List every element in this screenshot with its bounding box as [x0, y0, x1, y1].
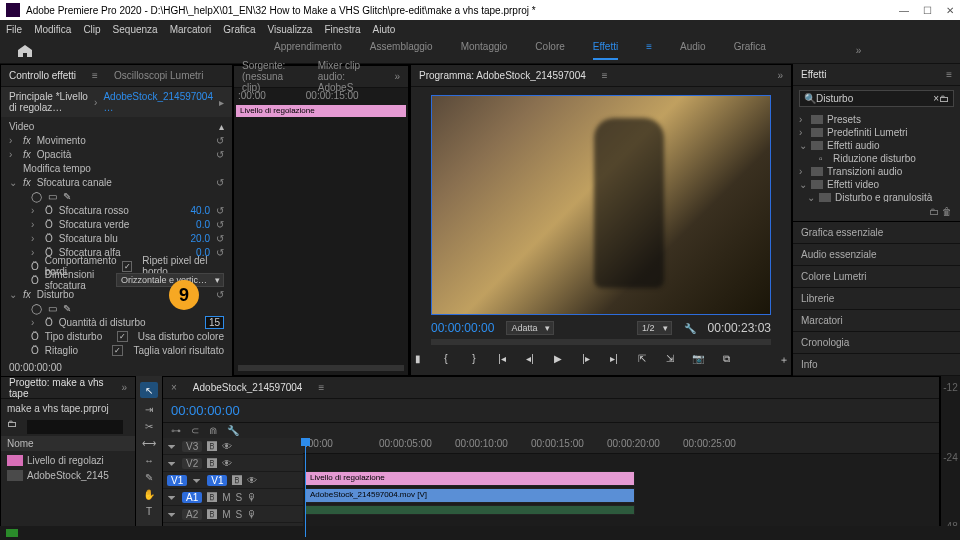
goto-in-icon[interactable]: |◂: [495, 353, 509, 367]
ec-channel-blur[interactable]: Sfocatura canale: [37, 177, 210, 188]
timeline-clip-adjustment[interactable]: Livello di regolazione: [305, 471, 635, 486]
type-tool-icon[interactable]: T: [146, 506, 152, 517]
ec-blur-dim-dropdown[interactable]: Orizzontale e vertic…: [116, 273, 224, 287]
workspace-effects[interactable]: Effetti: [593, 41, 618, 60]
tab-sequence[interactable]: AdobeStock_214597004: [193, 382, 303, 393]
mask-ellipse-icon[interactable]: ◯: [31, 303, 42, 314]
panel-markers[interactable]: Marcatori: [793, 310, 960, 332]
menu-view[interactable]: Visualizza: [268, 24, 313, 35]
effects-tree-item[interactable]: ⌄Effetti audio: [793, 139, 960, 152]
play-icon[interactable]: ▶: [551, 353, 565, 367]
panel-lumetri-color[interactable]: Colore Lumetri: [793, 266, 960, 288]
reset-icon[interactable]: ↺: [216, 289, 224, 300]
workspace-color[interactable]: Colore: [535, 41, 564, 60]
menu-markers[interactable]: Marcatori: [170, 24, 212, 35]
panel-essential-graphics[interactable]: Grafica essenziale: [793, 222, 960, 244]
ec-blur-blue-value[interactable]: 20.0: [191, 233, 210, 244]
track-v3[interactable]: V3: [182, 441, 202, 452]
menu-help[interactable]: Aiuto: [373, 24, 396, 35]
ec-blur-red[interactable]: Sfocatura rosso: [59, 205, 185, 216]
menu-graphics[interactable]: Grafica: [223, 24, 255, 35]
ec-edge-checkbox[interactable]: [122, 261, 132, 272]
ec-timecode[interactable]: 00:00:00:00: [1, 359, 232, 376]
snap-icon[interactable]: ⊶: [171, 425, 181, 436]
effects-tree-item[interactable]: ›Presets: [793, 113, 960, 126]
effects-tree-item[interactable]: ›Predefiniti Lumetri: [793, 126, 960, 139]
effects-tree-item[interactable]: ›Transizioni audio: [793, 165, 960, 178]
tab-effects[interactable]: Effetti: [801, 69, 826, 80]
panel-libraries[interactable]: Librerie: [793, 288, 960, 310]
program-tc-left[interactable]: 00:00:00:00: [431, 321, 494, 335]
reset-icon[interactable]: ↺: [216, 135, 224, 146]
mark-out-icon[interactable]: }: [467, 353, 481, 367]
project-col-name[interactable]: Nome: [7, 438, 34, 449]
extract-icon[interactable]: ⇲: [663, 353, 677, 367]
timeline-timecode[interactable]: 00:00:00:00: [171, 403, 240, 418]
ec-clip-dropdown[interactable]: AdobeStock_214597004 …: [103, 91, 213, 113]
tab-effect-controls[interactable]: Controllo effetti: [9, 70, 76, 81]
panel-essential-audio[interactable]: Audio essenziale: [793, 244, 960, 266]
project-item[interactable]: Livello di regolazi: [1, 453, 135, 468]
effects-tree-item[interactable]: ⌄Effetti video: [793, 178, 960, 191]
reset-icon[interactable]: ↺: [216, 177, 224, 188]
track-select-tool-icon[interactable]: ⇥: [145, 404, 153, 415]
ec-scrollbar[interactable]: [238, 365, 404, 371]
step-fwd-icon[interactable]: |▸: [579, 353, 593, 367]
mark-in-icon[interactable]: {: [439, 353, 453, 367]
lift-icon[interactable]: ⇱: [635, 353, 649, 367]
menu-sequence[interactable]: Sequenza: [113, 24, 158, 35]
timeline-ruler[interactable]: :00:00 00:00:05:00 00:00:10:00 00:00:15:…: [303, 438, 939, 454]
ec-clip-checkbox[interactable]: [112, 345, 123, 356]
workspace-audio[interactable]: Audio: [680, 41, 706, 60]
slip-tool-icon[interactable]: ↔: [144, 455, 154, 466]
minimize-button[interactable]: —: [899, 5, 909, 16]
marker-icon[interactable]: ⋒: [209, 425, 217, 436]
mask-pen-icon[interactable]: ✎: [63, 303, 71, 314]
program-monitor-video[interactable]: [431, 95, 771, 315]
mask-rect-icon[interactable]: ▭: [48, 303, 57, 314]
ec-timeline-clip[interactable]: Livello di regolazione: [236, 105, 406, 117]
panel-info[interactable]: Info: [793, 354, 960, 376]
reset-icon[interactable]: ↺: [216, 149, 224, 160]
effects-tree-item[interactable]: ⌄Disturbo e granulosità: [793, 191, 960, 202]
workspace-overflow-icon[interactable]: »: [856, 45, 862, 56]
ec-video-toggle-icon[interactable]: ▴: [219, 121, 224, 132]
ec-blur-green[interactable]: Sfocatura verde: [59, 219, 190, 230]
settings-icon[interactable]: 🔧: [227, 425, 239, 436]
ec-timeremap[interactable]: Modifica tempo: [23, 163, 224, 174]
close-button[interactable]: ✕: [946, 5, 954, 16]
project-item[interactable]: AdobeStock_2145: [1, 468, 135, 483]
menu-window[interactable]: Finestra: [324, 24, 360, 35]
tab-project[interactable]: Progetto: make a vhs tape: [9, 377, 105, 399]
razor-tool-icon[interactable]: ⟷: [142, 438, 156, 449]
menu-clip[interactable]: Clip: [83, 24, 100, 35]
ec-blur-red-value[interactable]: 40.0: [191, 205, 210, 216]
goto-out-icon[interactable]: ▸|: [607, 353, 621, 367]
menu-file[interactable]: File: [6, 24, 22, 35]
workspace-editing[interactable]: Montaggio: [461, 41, 508, 60]
track-v1[interactable]: V1: [207, 475, 227, 486]
tab-program[interactable]: Programma: AdobeStock_214597004: [419, 70, 586, 81]
effects-search-input[interactable]: Disturbo: [816, 93, 933, 104]
program-fit-dropdown[interactable]: Adatta: [506, 321, 554, 335]
timeline-clip-audio[interactable]: [305, 505, 635, 515]
ec-blur-blue[interactable]: Sfocatura blu: [59, 233, 185, 244]
track-v2[interactable]: V2: [182, 458, 202, 469]
track-a1[interactable]: A1: [182, 492, 202, 503]
wrench-icon[interactable]: 🔧: [684, 323, 696, 334]
track-a2[interactable]: A2: [182, 509, 202, 520]
program-scrubber[interactable]: [431, 339, 771, 345]
ec-blur-green-value[interactable]: 0.0: [196, 219, 210, 230]
ec-opacity[interactable]: Opacità: [37, 149, 210, 160]
step-back-icon[interactable]: ◂|: [523, 353, 537, 367]
playhead[interactable]: [305, 438, 306, 537]
pen-tool-icon[interactable]: ✎: [145, 472, 153, 483]
ec-noisetype-checkbox[interactable]: [117, 331, 128, 342]
tab-lumetri-scopes[interactable]: Oscilloscopi Lumetri: [114, 70, 203, 81]
new-bin-icon[interactable]: 🗀: [939, 93, 949, 104]
workspace-learning[interactable]: Apprendimento: [274, 41, 342, 60]
panel-history[interactable]: Cronologia: [793, 332, 960, 354]
timeline-clip-video[interactable]: AdobeStock_214597004.mov [V]: [305, 488, 635, 503]
mask-pen-icon[interactable]: ✎: [63, 191, 71, 202]
linked-sel-icon[interactable]: ⊂: [191, 425, 199, 436]
